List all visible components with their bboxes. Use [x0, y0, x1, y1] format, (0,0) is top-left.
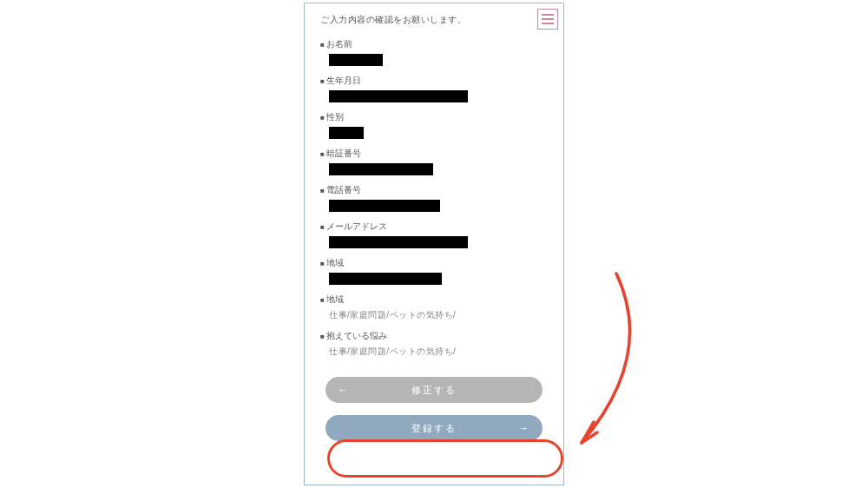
button-row: 修正する 登録する: [320, 377, 548, 441]
field-name-label: お名前: [320, 38, 548, 50]
field-region-2-value: 仕事/家庭問題/ペットの気持ち/: [329, 309, 548, 321]
back-button[interactable]: 修正する: [326, 377, 542, 403]
field-email-label: メールアドレス: [320, 221, 548, 233]
field-concern-value: 仕事/家庭問題/ペットの気持ち/: [329, 346, 548, 358]
field-phone: 電話番号: [320, 184, 548, 212]
confirmation-panel: ご入力内容の確認をお願いします。 お名前 生年月日 性別 暗証番号 電話番号 メ…: [304, 3, 564, 485]
field-gender-label: 性別: [320, 111, 548, 123]
field-region-1-value-redacted: [329, 273, 442, 285]
menu-icon[interactable]: [537, 9, 558, 30]
field-name-value-redacted: [329, 54, 383, 66]
content-area: ご入力内容の確認をお願いします。 お名前 生年月日 性別 暗証番号 電話番号 メ…: [305, 3, 563, 450]
field-pin: 暗証番号: [320, 148, 548, 175]
field-gender: 性別: [320, 111, 548, 139]
instruction-text: ご入力内容の確認をお願いします。: [320, 14, 548, 26]
field-name: お名前: [320, 38, 548, 66]
field-concern: 抱えている悩み 仕事/家庭問題/ペットの気持ち/: [320, 330, 548, 358]
field-dob: 生年月日: [320, 75, 548, 102]
field-region-2-label: 地域: [320, 293, 548, 306]
field-pin-value-redacted: [329, 163, 433, 175]
field-gender-value-redacted: [329, 127, 364, 139]
field-pin-label: 暗証番号: [320, 148, 548, 160]
field-email-value-redacted: [329, 236, 468, 248]
field-dob-label: 生年月日: [320, 75, 548, 87]
field-region-1: 地域: [320, 257, 548, 285]
back-button-label: 修正する: [411, 384, 457, 397]
field-region-2: 地域 仕事/家庭問題/ペットの気持ち/: [320, 293, 548, 321]
submit-button[interactable]: 登録する: [326, 415, 542, 441]
annotation-arrow-icon: [556, 269, 660, 469]
field-email: メールアドレス: [320, 221, 548, 248]
field-concern-label: 抱えている悩み: [320, 330, 548, 342]
field-dob-value-redacted: [329, 90, 468, 102]
field-region-1-label: 地域: [320, 257, 548, 269]
field-phone-value-redacted: [329, 200, 440, 212]
field-phone-label: 電話番号: [320, 184, 548, 196]
submit-button-label: 登録する: [411, 422, 457, 435]
